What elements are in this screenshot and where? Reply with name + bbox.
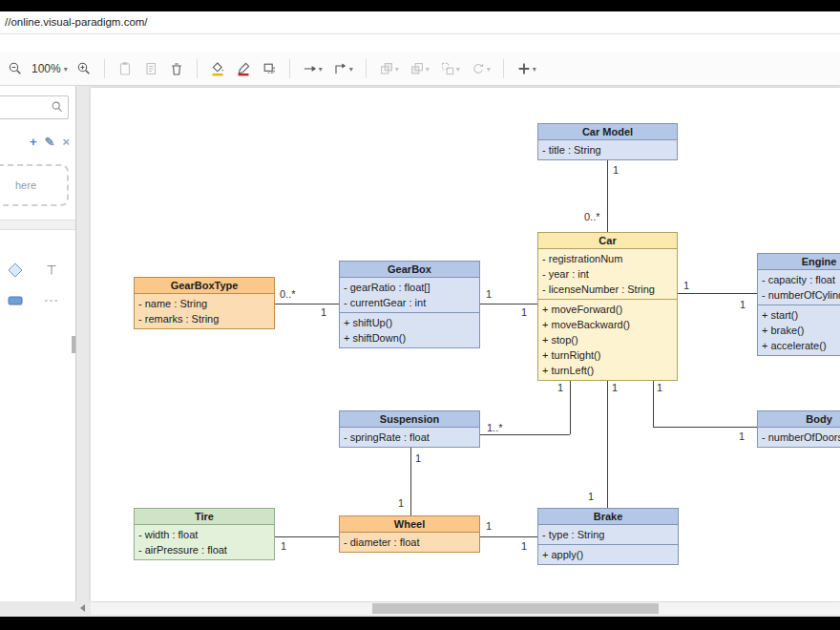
line-color-icon[interactable]	[234, 59, 253, 78]
browser-url-bar[interactable]: //online.visual-paradigm.com/	[0, 11, 840, 34]
class-car[interactable]: Car- registrationNum- year : int- licens…	[537, 232, 678, 381]
zoom-out-icon[interactable]	[6, 59, 25, 78]
window-chrome-top	[0, 0, 840, 11]
multiplicity-label[interactable]: 1	[657, 382, 662, 393]
multiplicity-label[interactable]: 1	[281, 540, 286, 552]
multiplicity-label[interactable]: 0..*	[584, 211, 600, 222]
class-attributes: - gearRatio : float[]- currentGear : int	[340, 278, 479, 312]
class-gearboxtype[interactable]: GearBoxType- name : String- remarks : St…	[134, 277, 275, 329]
url-text: //online.visual-paradigm.com/	[5, 16, 148, 28]
class-method: + accelerate()	[758, 338, 840, 353]
class-method: + brake()	[758, 323, 840, 338]
connector-segment[interactable]	[480, 304, 537, 304]
diagram-layer: Car Model- title : StringCar- registrati…	[0, 0, 840, 630]
connector-segment[interactable]	[275, 304, 339, 304]
class-attribute: - type : String	[538, 527, 678, 542]
connector-segment[interactable]	[410, 448, 411, 515]
class-attribute: - width : float	[135, 527, 274, 542]
class-car-model[interactable]: Car Model- title : String	[537, 123, 678, 160]
zoom-in-icon[interactable]	[74, 59, 94, 78]
class-attribute: - title : String	[538, 142, 677, 158]
dropdown-caret-icon: ▾	[456, 65, 460, 74]
class-engine[interactable]: Engine- capacity : float- numberOfCylind…	[757, 253, 840, 356]
class-attributes: - type : String	[538, 525, 678, 544]
connector-segment[interactable]	[678, 293, 757, 294]
class-attributes: - numberOfDoors : int	[758, 428, 840, 447]
class-brake[interactable]: Brake- type : String+ apply()	[537, 508, 679, 565]
zoom-level-text: 100%	[32, 62, 61, 75]
class-method: + start()	[758, 307, 840, 323]
rotate-icon: ▾	[469, 59, 493, 78]
zoom-level[interactable]: 100%▾	[32, 62, 68, 75]
class-name: GearBox	[340, 262, 479, 278]
toolbar-separator	[503, 59, 504, 78]
class-body[interactable]: Body- numberOfDoors : int	[757, 410, 840, 448]
multiplicity-label[interactable]: 1..*	[487, 422, 503, 433]
add-shape-icon[interactable]: ▾	[514, 59, 538, 78]
class-attributes: - capacity : float- numberOfCylinders	[758, 270, 840, 304]
multiplicity-label[interactable]: 1	[613, 164, 619, 176]
connector-segment[interactable]	[653, 380, 654, 427]
shadow-icon[interactable]	[260, 59, 279, 78]
send-backward-icon: ▾	[408, 59, 431, 78]
dropdown-caret-icon: ▾	[533, 65, 536, 74]
class-attributes: - springRate : float	[340, 428, 479, 447]
class-attribute: - airPressure : float	[135, 542, 274, 557]
toolbar-separator	[197, 59, 198, 78]
dropdown-caret-icon: ▾	[349, 65, 353, 74]
multiplicity-label[interactable]: 0..*	[280, 288, 296, 300]
connector-segment[interactable]	[607, 380, 608, 508]
class-attributes: - title : String	[538, 140, 677, 159]
connector-segment[interactable]	[480, 434, 570, 435]
group-icon: ▾	[438, 59, 462, 78]
connector-segment[interactable]	[570, 380, 571, 434]
multiplicity-label[interactable]: 1	[557, 382, 563, 393]
class-attributes: - width : float- airPressure : float	[135, 525, 274, 559]
fill-color-icon[interactable]	[208, 59, 227, 78]
class-attribute: - name : String	[135, 296, 274, 311]
class-gearbox[interactable]: GearBox- gearRatio : float[]- currentGea…	[339, 261, 480, 348]
multiplicity-label[interactable]: 1	[415, 452, 421, 464]
multiplicity-label[interactable]: 1	[521, 306, 527, 318]
dropdown-caret-icon: ▾	[487, 65, 491, 74]
multiplicity-label[interactable]: 1	[321, 306, 326, 318]
toolbar-separator	[289, 59, 290, 78]
connector-style-icon[interactable]: ▾	[331, 59, 355, 78]
multiplicity-label[interactable]: 1	[398, 497, 404, 509]
multiplicity-label[interactable]: 1	[486, 520, 492, 532]
delete-icon[interactable]	[167, 59, 186, 78]
class-attribute: - numberOfDoors : int	[758, 430, 840, 445]
class-tire[interactable]: Tire- width : float- airPressure : float	[134, 508, 275, 560]
class-method: + turnLeft()	[538, 363, 677, 378]
class-name: Tire	[135, 509, 274, 525]
connector-segment[interactable]	[480, 536, 537, 537]
paste-icon	[116, 59, 135, 78]
multiplicity-label[interactable]: 1	[588, 491, 594, 502]
class-suspension[interactable]: Suspension- springRate : float	[339, 410, 480, 448]
window-chrome-bottom	[0, 617, 840, 630]
multiplicity-label[interactable]: 1	[612, 382, 618, 393]
multiplicity-label[interactable]: 1	[683, 280, 689, 291]
app-window: //online.visual-paradigm.com/ 100%▾▾▾▾▾▾…	[0, 0, 840, 630]
multiplicity-label[interactable]: 1	[521, 540, 527, 552]
class-method: + moveBackward()	[538, 317, 677, 332]
class-wheel[interactable]: Wheel- diameter : float	[339, 515, 480, 553]
arrow-style-icon[interactable]: ▾	[301, 59, 325, 78]
multiplicity-label[interactable]: 1	[486, 288, 492, 300]
multiplicity-label[interactable]: 1	[740, 299, 746, 310]
class-name: Wheel	[340, 516, 479, 533]
class-attributes: - registrationNum- year : int- licenseNu…	[538, 249, 677, 299]
connector-segment[interactable]	[275, 536, 339, 537]
dropdown-caret-icon: ▾	[319, 65, 323, 74]
class-attribute: - capacity : float	[758, 272, 840, 287]
connector-segment[interactable]	[607, 160, 608, 232]
class-method: + shiftUp()	[340, 315, 479, 330]
multiplicity-label[interactable]: 1	[739, 430, 745, 442]
class-attributes: - diameter : float	[340, 533, 479, 552]
class-attribute: - gearRatio : float[]	[340, 280, 479, 295]
class-methods: + moveForward()+ moveBackward()+ stop()+…	[538, 299, 677, 380]
class-attribute: - year : int	[538, 266, 677, 282]
connector-segment[interactable]	[653, 427, 757, 428]
class-name: Engine	[758, 254, 840, 270]
class-attribute: - registrationNum	[538, 251, 677, 266]
